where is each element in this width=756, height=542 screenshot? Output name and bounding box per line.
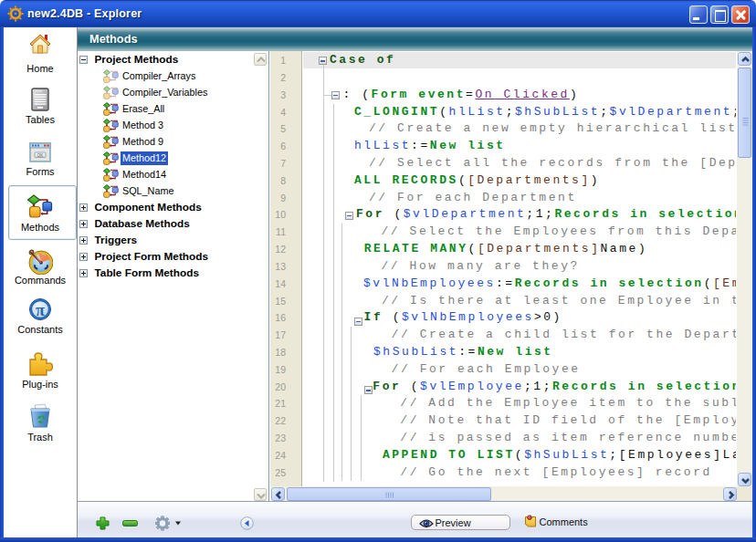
svg-text:π: π [36, 301, 45, 319]
svg-text:OK: OK [37, 152, 44, 157]
